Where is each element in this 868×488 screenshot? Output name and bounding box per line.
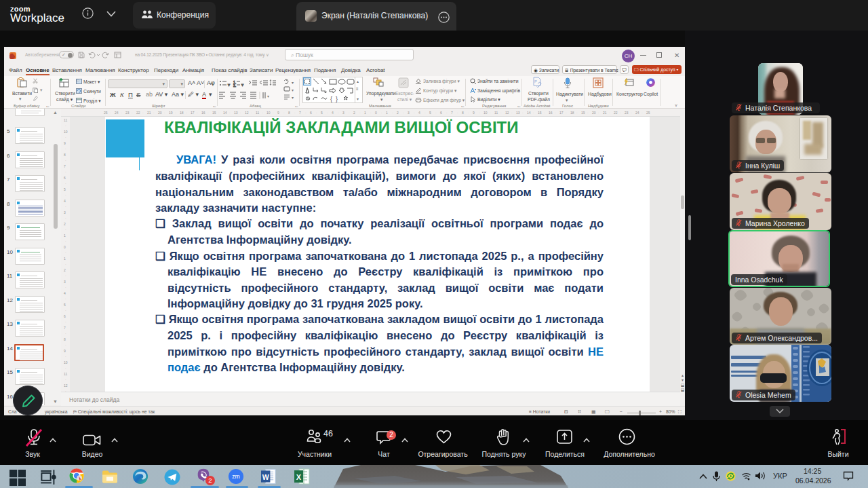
svg-text:W: W: [262, 473, 269, 481]
svg-text:{: {: [330, 96, 332, 102]
svg-text:}: }: [336, 96, 338, 102]
svg-text:2.: 2.: [233, 83, 236, 88]
svg-text:▾: ▾: [292, 81, 294, 85]
svg-text:▾: ▾: [292, 96, 294, 100]
svg-text:zm: zm: [232, 473, 240, 480]
svg-text:▾: ▾: [267, 94, 269, 98]
svg-text:X: X: [296, 473, 302, 481]
svg-text:P: P: [534, 79, 537, 83]
svg-text:▾: ▾: [228, 83, 230, 87]
svg-text:▾: ▾: [292, 88, 294, 92]
svg-text:▾: ▾: [241, 83, 243, 87]
